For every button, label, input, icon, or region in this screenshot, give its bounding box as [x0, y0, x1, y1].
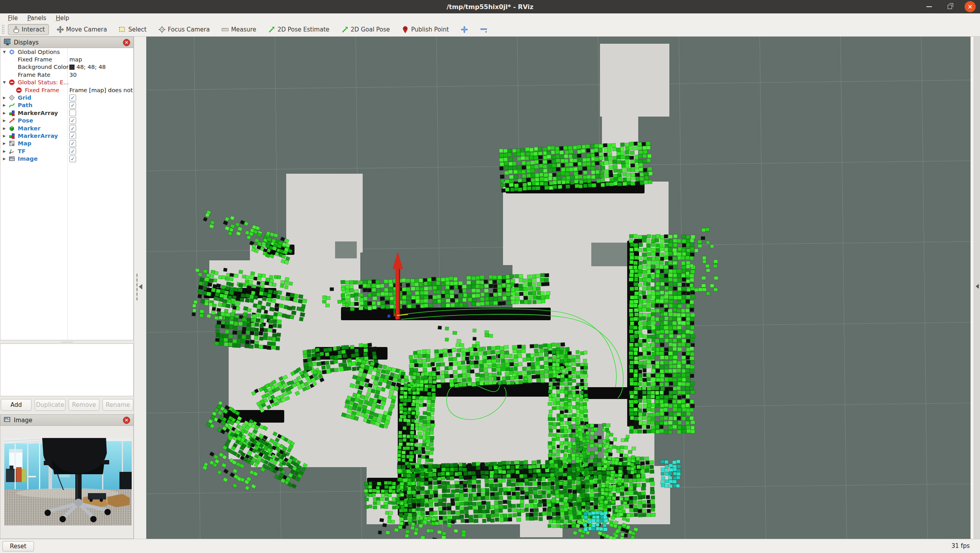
right-collapsed-panel[interactable] — [974, 37, 980, 539]
expander-icon[interactable]: ▶ — [2, 103, 7, 107]
row-label: TF — [18, 148, 26, 154]
tool-focus-camera[interactable]: Focus Camera — [154, 24, 214, 35]
row-value[interactable]: Frame [map] does not... — [69, 87, 134, 93]
menubar: FilePanelsHelp — [0, 13, 980, 23]
3d-viewport[interactable] — [146, 37, 971, 539]
toolbar: InteractMove CameraSelectFocus CameraMea… — [0, 23, 980, 37]
tree-row-pose[interactable]: ▶Pose✓ — [0, 117, 133, 124]
selection-box-icon — [118, 26, 126, 33]
minimize-button[interactable] — [923, 1, 935, 13]
tool-label: Measure — [231, 26, 256, 33]
visibility-checkbox[interactable]: ✓ — [69, 117, 76, 124]
reset-button[interactable]: Reset — [2, 541, 34, 551]
expander-icon[interactable]: ▶ — [2, 141, 7, 145]
map-icon — [9, 140, 15, 147]
marker-array-icon — [9, 133, 15, 139]
menu-item-panels[interactable]: Panels — [22, 14, 51, 22]
displays-panel-header[interactable]: Displays ✕ — [0, 37, 134, 48]
visibility-checkbox[interactable]: ✓ — [69, 132, 76, 139]
row-label: Pose — [18, 117, 33, 124]
tool-label: Publish Point — [411, 26, 449, 33]
displays-inner-splitter[interactable] — [0, 340, 134, 343]
tool-label: Move Camera — [66, 26, 107, 33]
restore-button[interactable] — [944, 1, 956, 13]
tree-row-grid[interactable]: ▶Grid✓ — [0, 94, 133, 101]
tool-publish-point[interactable]: Publish Point — [397, 24, 453, 35]
expander-icon[interactable]: ▶ — [2, 157, 7, 161]
tree-row-fixed-frame[interactable]: Fixed Framemap — [0, 56, 133, 63]
tool-plus[interactable] — [456, 24, 472, 35]
tree-row-markerarray[interactable]: ▶MarkerArray✓ — [0, 132, 133, 139]
expander-icon[interactable]: ▶ — [2, 111, 7, 115]
tool-move-camera[interactable]: Move Camera — [52, 24, 111, 35]
tree-row-global-options[interactable]: ▼Global Options — [0, 48, 133, 56]
row-value[interactable]: map — [69, 56, 82, 63]
add-button[interactable]: Add — [1, 399, 32, 411]
row-label: MarkerArray — [18, 110, 58, 116]
marker-icon — [9, 125, 15, 132]
path-icon — [9, 102, 15, 108]
tree-row-map[interactable]: ▶Map✓ — [0, 140, 133, 147]
expander-icon[interactable]: ▶ — [2, 126, 7, 130]
tree-row-path[interactable]: ▶Path✓ — [0, 102, 133, 109]
minimize-icon — [926, 6, 932, 7]
row-label: Image — [18, 156, 38, 162]
visibility-checkbox[interactable]: ✓ — [69, 148, 76, 154]
expander-icon[interactable]: ▶ — [2, 134, 7, 138]
error-icon — [16, 87, 22, 93]
visibility-checkbox[interactable] — [69, 109, 76, 116]
tool-minus[interactable] — [476, 24, 492, 35]
visibility-checkbox[interactable]: ✓ — [69, 102, 76, 109]
row-label: Fixed Frame — [25, 87, 59, 93]
toolbar-grip[interactable] — [2, 24, 5, 35]
image-panel-header[interactable]: Image ✕ — [0, 414, 134, 426]
row-label: Fixed Frame — [18, 56, 52, 63]
image-icon — [4, 416, 11, 423]
titlebar: /tmp/tmp55hix0jl* - RViz ✕ — [0, 0, 980, 13]
right-gap — [971, 37, 974, 539]
expander-icon[interactable]: ▼ — [2, 50, 7, 54]
tree-row-background-color[interactable]: Background Color48; 48; 48 — [0, 63, 133, 71]
tree-row-tf[interactable]: ▶TF✓ — [0, 147, 133, 155]
visibility-checkbox[interactable]: ✓ — [69, 156, 76, 162]
tool-2d-goal-pose[interactable]: 2D Goal Pose — [337, 24, 394, 35]
visibility-checkbox[interactable]: ✓ — [69, 125, 76, 132]
tool-measure[interactable]: Measure — [217, 24, 260, 35]
panel-splitter[interactable] — [134, 37, 146, 539]
displays-panel-close-icon[interactable]: ✕ — [123, 39, 130, 46]
menu-item-help[interactable]: Help — [51, 14, 74, 22]
tree-row-fixed-frame[interactable]: Fixed FrameFrame [map] does not... — [0, 86, 133, 94]
expander-icon[interactable]: ▼ — [2, 80, 7, 84]
green-arrow-icon — [341, 26, 349, 33]
row-value[interactable]: 30 — [69, 72, 76, 78]
tool-interact[interactable]: Interact — [8, 24, 49, 35]
tool-select[interactable]: Select — [114, 24, 150, 35]
left-panel-column: Displays ✕ ▼Global OptionsFixed Framemap… — [0, 37, 134, 539]
displays-panel-title: Displays — [14, 39, 39, 46]
displays-help-pane — [0, 343, 134, 396]
collapse-right-panel-icon[interactable] — [976, 284, 979, 289]
collapse-left-panel-icon[interactable] — [139, 284, 142, 289]
menu-item-file[interactable]: File — [3, 14, 22, 22]
focus-crosshair-icon — [158, 26, 166, 33]
tool-2d-pose-estimate[interactable]: 2D Pose Estimate — [264, 24, 333, 35]
row-label: Map — [18, 140, 32, 147]
tree-row-global-status-e-[interactable]: ▼Global Status: E... — [0, 79, 133, 86]
close-button[interactable]: ✕ — [964, 1, 976, 13]
expander-icon[interactable]: ▶ — [2, 96, 7, 100]
displays-tree: ▼Global OptionsFixed FramemapBackground … — [0, 48, 134, 340]
visibility-checkbox[interactable]: ✓ — [69, 140, 76, 147]
image-panel-close-icon[interactable]: ✕ — [123, 417, 130, 424]
tree-row-frame-rate[interactable]: Frame Rate30 — [0, 71, 133, 78]
tree-row-markerarray[interactable]: ▶MarkerArray — [0, 109, 133, 117]
tree-row-image[interactable]: ▶Image✓ — [0, 155, 133, 162]
grid-icon — [9, 95, 15, 101]
row-label: Grid — [18, 95, 31, 101]
remove-button: Remove — [69, 399, 99, 411]
tree-row-marker[interactable]: ▶Marker✓ — [0, 124, 133, 132]
displays-panel-icon — [4, 38, 11, 47]
expander-icon[interactable]: ▶ — [2, 149, 7, 153]
visibility-checkbox[interactable]: ✓ — [69, 95, 76, 101]
expander-icon[interactable]: ▶ — [2, 119, 7, 122]
tool-label: Select — [128, 26, 146, 33]
